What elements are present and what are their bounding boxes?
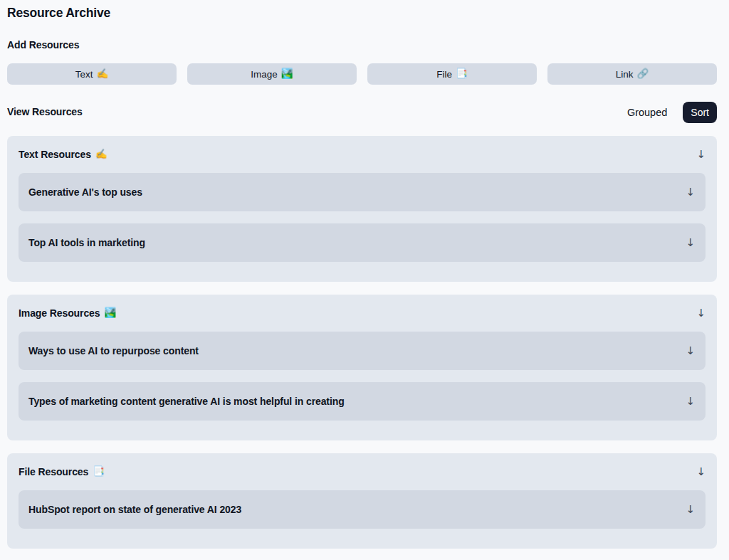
page-title: Resource Archive bbox=[7, 6, 717, 20]
resource-item-hubspot-report[interactable]: HubSpot report on state of generative AI… bbox=[19, 490, 706, 529]
collapse-arrow-icon[interactable]: ↓ bbox=[696, 149, 706, 160]
collapse-arrow-icon[interactable]: ↓ bbox=[686, 238, 695, 248]
resource-item-label: HubSpot report on state of generative AI… bbox=[28, 504, 241, 515]
resource-item-top-ai-tools-marketing[interactable]: Top AI tools in marketing ↓ bbox=[19, 223, 706, 262]
collapse-arrow-icon[interactable]: ↓ bbox=[686, 187, 695, 198]
writing-hand-icon: ✍️ bbox=[95, 149, 107, 159]
resource-item-label: Types of marketing content generative AI… bbox=[28, 396, 345, 407]
add-resources-heading: Add Resources bbox=[7, 39, 717, 51]
group-title-text-resources: Text Resources ✍️ bbox=[19, 147, 107, 162]
group-card-text-resources: Text Resources ✍️ ↓ Generative AI's top … bbox=[7, 136, 717, 282]
add-text-button-label: Text bbox=[75, 69, 93, 80]
resource-item-label: Top AI tools in marketing bbox=[28, 237, 145, 248]
view-controls: Grouped Sort bbox=[627, 102, 717, 123]
group-header-image-resources: Image Resources 🏞️ ↓ bbox=[19, 306, 706, 320]
add-resources-button-row: Text ✍️ Image 🏞️ File 📑 Link 🔗 bbox=[7, 63, 717, 85]
add-image-button-label: Image bbox=[251, 69, 278, 80]
group-header-text-resources: Text Resources ✍️ ↓ bbox=[19, 147, 706, 162]
add-file-button[interactable]: File 📑 bbox=[367, 63, 537, 85]
resource-item-ways-to-use-ai[interactable]: Ways to use AI to repurpose content ↓ bbox=[19, 332, 706, 370]
collapse-arrow-icon[interactable]: ↓ bbox=[686, 396, 695, 407]
group-title-label: File Resources bbox=[19, 465, 88, 479]
resource-item-generative-ai-top-uses[interactable]: Generative AI's top uses ↓ bbox=[19, 173, 706, 211]
resource-item-label: Generative AI's top uses bbox=[28, 186, 142, 198]
writing-hand-icon: ✍️ bbox=[96, 69, 108, 79]
file-pages-icon: 📑 bbox=[456, 69, 468, 79]
add-file-button-label: File bbox=[436, 69, 452, 80]
group-title-label: Image Resources bbox=[19, 306, 100, 320]
grouped-toggle[interactable]: Grouped bbox=[627, 107, 667, 118]
view-resources-toolbar: View Resources Grouped Sort bbox=[7, 101, 717, 123]
add-link-button-label: Link bbox=[616, 69, 634, 80]
add-text-button[interactable]: Text ✍️ bbox=[7, 63, 177, 85]
group-title-file-resources: File Resources 📑 bbox=[19, 465, 105, 479]
sort-button[interactable]: Sort bbox=[683, 102, 717, 123]
add-image-button[interactable]: Image 🏞️ bbox=[187, 63, 357, 85]
collapse-arrow-icon[interactable]: ↓ bbox=[686, 346, 695, 356]
link-icon: 🔗 bbox=[636, 69, 649, 79]
landscape-image-icon: 🏞️ bbox=[281, 69, 293, 79]
collapse-arrow-icon[interactable]: ↓ bbox=[686, 504, 695, 515]
view-resources-heading: View Resources bbox=[7, 106, 83, 118]
resource-archive-page: Resource Archive Add Resources Text ✍️ I… bbox=[0, 0, 729, 560]
collapse-arrow-icon[interactable]: ↓ bbox=[696, 308, 706, 319]
group-card-file-resources: File Resources 📑 ↓ HubSpot report on sta… bbox=[7, 453, 717, 549]
collapse-arrow-icon[interactable]: ↓ bbox=[696, 467, 706, 477]
group-title-label: Text Resources bbox=[19, 147, 91, 162]
landscape-image-icon: 🏞️ bbox=[104, 308, 116, 318]
group-header-file-resources: File Resources 📑 ↓ bbox=[19, 465, 706, 479]
group-title-image-resources: Image Resources 🏞️ bbox=[19, 306, 116, 320]
file-pages-icon: 📑 bbox=[93, 467, 105, 477]
resource-item-label: Ways to use AI to repurpose content bbox=[28, 345, 199, 356]
add-link-button[interactable]: Link 🔗 bbox=[547, 63, 717, 85]
group-card-image-resources: Image Resources 🏞️ ↓ Ways to use AI to r… bbox=[7, 295, 717, 440]
resource-item-types-of-marketing-content[interactable]: Types of marketing content generative AI… bbox=[19, 382, 706, 421]
